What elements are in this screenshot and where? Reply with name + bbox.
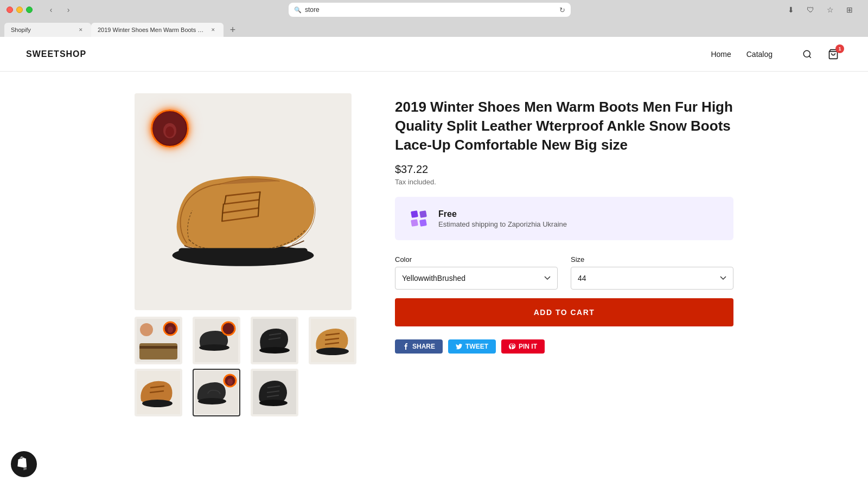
svg-point-37 <box>142 400 173 407</box>
twitter-icon <box>456 343 462 350</box>
grid-extension[interactable]: ⊞ <box>842 2 857 17</box>
tab-shopify-label: Shopify <box>11 27 31 33</box>
shipping-icon <box>408 208 430 229</box>
svg-rect-52 <box>419 210 427 218</box>
product-page: 2019 Winter Shoes Men Warm Boots Men Fur… <box>108 72 760 438</box>
back-button[interactable]: ‹ <box>43 2 59 17</box>
svg-rect-20 <box>139 346 177 349</box>
address-bar[interactable]: 🔍 store ↻ <box>289 3 571 17</box>
product-title: 2019 Winter Shoes Men Warm Boots Men Fur… <box>395 98 733 155</box>
thumbnail-7[interactable] <box>251 369 298 416</box>
svg-point-26 <box>222 322 235 335</box>
search-icon <box>802 49 812 59</box>
shipping-banner: Free Estimated shipping to Zaporizhia Uk… <box>395 197 733 240</box>
shield-extension[interactable]: 🛡 <box>803 2 818 17</box>
shopify-badge[interactable] <box>11 451 37 477</box>
svg-line-15 <box>222 213 222 221</box>
pinterest-share-button[interactable]: PIN IT <box>501 339 545 354</box>
color-select[interactable]: YellowwithBrushed BlackwithBrushed DarkB… <box>395 267 558 290</box>
svg-point-23 <box>168 326 173 333</box>
nav-home[interactable]: Home <box>711 50 731 59</box>
cart-badge: 1 <box>835 44 844 53</box>
product-details: 2019 Winter Shoes Men Warm Boots Men Fur… <box>395 93 733 416</box>
star-extension[interactable]: ☆ <box>822 2 838 17</box>
thumbnail-1[interactable] <box>135 317 182 364</box>
thumbnail-4[interactable] <box>309 317 356 364</box>
svg-point-0 <box>803 50 810 57</box>
twitter-share-label: TWEET <box>465 343 488 350</box>
site-nav: Home Catalog <box>711 50 773 59</box>
add-to-cart-button[interactable]: ADD TO CART <box>395 298 733 326</box>
svg-rect-49 <box>411 210 418 218</box>
facebook-icon <box>403 343 409 350</box>
shipping-title: Free <box>438 209 567 219</box>
tab-shopify[interactable]: Shopify ✕ <box>4 23 91 37</box>
size-label: Size <box>571 255 733 264</box>
size-select[interactable]: 38 39 40 41 42 43 44 45 46 <box>571 267 733 290</box>
facebook-share-button[interactable]: SHARE <box>395 339 443 354</box>
svg-line-1 <box>809 56 810 57</box>
forward-button[interactable]: › <box>61 2 76 17</box>
tab-shopify-close[interactable]: ✕ <box>77 26 85 34</box>
maximize-button[interactable] <box>26 7 33 13</box>
svg-point-45 <box>259 400 288 406</box>
svg-point-32 <box>316 348 349 355</box>
product-images <box>135 93 362 416</box>
address-search-icon: 🔍 <box>294 7 302 14</box>
site-actions: 1 <box>799 46 842 63</box>
pinterest-share-label: PIN IT <box>519 343 537 350</box>
product-price: $37.22 <box>395 163 733 176</box>
site-logo[interactable]: SWEETSHOP <box>26 49 711 59</box>
facebook-share-label: SHARE <box>412 343 435 350</box>
fire-badge <box>151 110 189 147</box>
thumbnail-2[interactable] <box>193 317 240 364</box>
new-tab-button[interactable]: + <box>226 23 240 37</box>
nav-catalog[interactable]: Catalog <box>746 50 773 59</box>
search-button[interactable] <box>799 46 816 63</box>
address-bar-text: store <box>305 6 320 14</box>
product-options: Color YellowwithBrushed BlackwithBrushed… <box>395 255 733 290</box>
twitter-share-button[interactable]: TWEET <box>448 339 496 354</box>
tax-note: Tax included. <box>395 178 733 186</box>
svg-point-5 <box>165 126 174 137</box>
thumbnail-3[interactable] <box>251 317 298 364</box>
social-share: SHARE TWEET PIN IT <box>395 339 733 354</box>
product-thumbnails-row2 <box>135 369 362 416</box>
shipping-text: Free Estimated shipping to Zaporizhia Uk… <box>438 209 567 228</box>
minimize-button[interactable] <box>16 7 23 13</box>
svg-line-14 <box>259 200 259 208</box>
thumbnail-6[interactable] <box>193 369 240 416</box>
svg-point-21 <box>140 323 153 336</box>
svg-line-16 <box>258 208 259 216</box>
cart-button[interactable]: 1 <box>825 46 842 63</box>
thumbnail-5[interactable] <box>135 369 182 416</box>
download-extension[interactable]: ⬇ <box>783 2 799 17</box>
tab-sweetshop-label: 2019 Winter Shoes Men Warm Boots Men Fur… <box>98 27 206 33</box>
product-thumbnails <box>135 317 362 364</box>
svg-rect-19 <box>139 343 177 359</box>
thumbnail-8 <box>309 369 356 416</box>
svg-rect-50 <box>419 219 427 227</box>
svg-point-43 <box>227 378 233 385</box>
close-button[interactable] <box>7 7 13 13</box>
color-label: Color <box>395 255 558 264</box>
shopify-icon <box>16 457 31 472</box>
site-header: SWEETSHOP Home Catalog 1 <box>0 37 868 72</box>
svg-point-25 <box>199 344 229 351</box>
reload-button[interactable]: ↻ <box>559 6 565 14</box>
shipping-description: Estimated shipping to Zaporizhia Ukraine <box>438 220 567 228</box>
pinterest-icon <box>509 343 515 350</box>
svg-point-41 <box>198 398 226 404</box>
size-option-group: Size 38 39 40 41 42 43 44 45 46 <box>571 255 733 290</box>
tab-sweetshop-close[interactable]: ✕ <box>209 26 217 34</box>
svg-point-28 <box>259 347 290 354</box>
main-product-image <box>135 93 352 310</box>
svg-rect-17 <box>178 248 308 255</box>
tab-sweetshop[interactable]: 2019 Winter Shoes Men Warm Boots Men Fur… <box>91 23 224 37</box>
color-option-group: Color YellowwithBrushed BlackwithBrushed… <box>395 255 558 290</box>
svg-rect-51 <box>411 219 418 227</box>
